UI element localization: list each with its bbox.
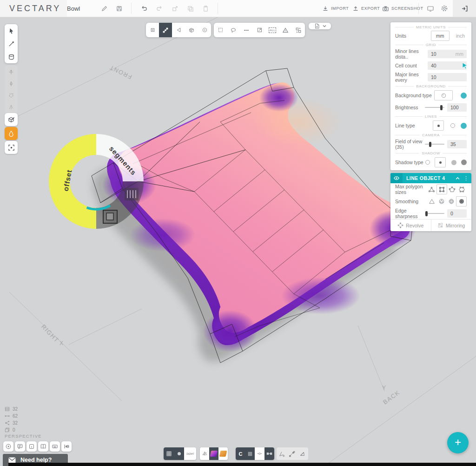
line-tool[interactable] <box>5 37 18 50</box>
duplicate-button[interactable] <box>185 4 195 13</box>
poly-4-option[interactable] <box>436 184 447 194</box>
frame-export-button[interactable] <box>170 4 179 13</box>
grow-selection-button[interactable] <box>253 23 266 37</box>
line-type-dot-option[interactable] <box>450 123 455 128</box>
file-actions-dropdown[interactable] <box>309 23 331 29</box>
select-tool[interactable] <box>5 24 18 37</box>
angle-tool-button[interactable] <box>277 447 287 460</box>
line-type-solid-option[interactable] <box>433 120 444 131</box>
radial-drag-handle[interactable] <box>103 210 117 223</box>
shadow-medium-option[interactable] <box>451 160 456 165</box>
vertex-mode-button[interactable] <box>159 23 172 37</box>
rename-button[interactable] <box>99 4 109 13</box>
poly-3-option[interactable] <box>427 185 436 194</box>
vectary-logo[interactable]: VECTARY <box>0 0 67 17</box>
wireframe-shading-button[interactable] <box>200 447 209 460</box>
edge-sharpness-slider[interactable] <box>425 209 444 218</box>
zoom-fit-tool[interactable] <box>5 141 18 154</box>
feedback-button[interactable] <box>15 441 25 452</box>
exit-editor-button[interactable] <box>453 0 476 17</box>
settings-button[interactable] <box>440 4 449 13</box>
mirror-tool-icon[interactable] <box>8 104 14 110</box>
import-button[interactable]: IMPORT <box>322 0 349 17</box>
export-button[interactable]: EXPORT <box>352 0 380 17</box>
clay-shading-button[interactable] <box>218 447 228 460</box>
grid-dot-toggle[interactable] <box>174 447 184 460</box>
smoothing-none-option[interactable] <box>427 197 436 206</box>
move-tool-icon[interactable] <box>8 69 14 75</box>
sketch-3d-tool[interactable] <box>5 113 18 126</box>
label-toggle[interactable]: label <box>184 447 196 460</box>
screenshot-button[interactable]: SCREENSHOT <box>382 0 423 17</box>
poly-5-option[interactable] <box>447 185 457 194</box>
line-object-mesh[interactable] <box>92 68 416 363</box>
add-object-fab[interactable]: + <box>447 432 469 453</box>
project-name[interactable]: Bowl <box>67 0 80 17</box>
material-shading-button[interactable] <box>209 447 218 460</box>
deform-tool-active[interactable] <box>5 127 18 140</box>
edge-sharpness-input[interactable]: 0 <box>447 209 467 218</box>
major-lines-input[interactable]: 10 <box>428 73 467 81</box>
fov-slider[interactable] <box>425 140 444 148</box>
info-button[interactable] <box>26 441 37 452</box>
smoothing-low-option[interactable] <box>436 197 446 206</box>
line-color-swatch[interactable] <box>461 123 467 129</box>
shadow-soft-option[interactable] <box>435 157 446 167</box>
face-mode-button[interactable] <box>172 23 185 37</box>
shadow-none-option[interactable] <box>425 160 430 165</box>
brightness-slider[interactable] <box>425 103 444 112</box>
mesh-mode-button[interactable] <box>185 23 198 37</box>
sphere-mode-button[interactable] <box>198 23 211 37</box>
units-mm-option[interactable]: mm <box>431 31 450 41</box>
cell-count-input[interactable]: 40 <box>428 61 467 70</box>
tutorials-button[interactable] <box>3 441 13 452</box>
select-all-button[interactable]: ALL <box>266 23 279 37</box>
visibility-toggle[interactable] <box>390 173 403 183</box>
marquee-select-button[interactable] <box>214 23 227 37</box>
revolve-button[interactable]: Revolve <box>390 220 431 231</box>
undo-button[interactable] <box>139 4 149 13</box>
shortcuts-button[interactable] <box>50 441 60 452</box>
manual-button[interactable] <box>38 441 48 452</box>
segments-count-chip[interactable] <box>125 188 139 200</box>
snap-point-toggle[interactable] <box>255 447 264 460</box>
presentation-button[interactable] <box>426 4 435 13</box>
smoothing-high-option[interactable] <box>456 196 467 206</box>
curve-toggle[interactable]: C <box>236 447 245 460</box>
scale-tool-icon[interactable] <box>8 80 14 87</box>
radial-offset-segment[interactable] <box>49 134 96 229</box>
need-help-label: Need help? <box>20 457 52 463</box>
primitive-tool[interactable] <box>5 50 18 63</box>
background-sphere-option[interactable] <box>434 90 453 100</box>
redo-button[interactable] <box>155 4 164 13</box>
lasso-select-button[interactable] <box>227 23 240 37</box>
kebab-menu-icon[interactable]: ⋮ <box>463 175 469 181</box>
brightness-input[interactable]: 100 <box>447 103 467 112</box>
collapse-help-button[interactable] <box>61 441 72 452</box>
object-mode-button[interactable] <box>146 23 159 37</box>
projection-label[interactable]: PERSPECTIVE <box>5 433 42 439</box>
clipboard-button[interactable] <box>201 4 210 13</box>
mirroring-button[interactable]: Mirroring <box>431 220 472 231</box>
arrow-left-bar-icon <box>63 443 70 450</box>
minor-lines-input[interactable]: 10 mm <box>428 50 467 58</box>
poly-6-option[interactable] <box>457 185 467 194</box>
normals-button[interactable] <box>279 23 292 37</box>
collapse-icon[interactable] <box>456 176 460 180</box>
brightness-row: Brightness 100 <box>390 101 471 113</box>
smoothing-medium-option[interactable] <box>446 197 456 206</box>
snap-grid-toggle[interactable] <box>245 447 255 460</box>
grid-toggle-on[interactable] <box>164 447 174 460</box>
units-inch-option[interactable]: inch <box>456 33 465 39</box>
save-button[interactable] <box>114 4 124 13</box>
background-color-swatch[interactable] <box>461 93 467 99</box>
swap-selection-button[interactable] <box>292 23 305 37</box>
path-tool-button[interactable] <box>287 447 297 460</box>
normal-flip-button[interactable] <box>297 447 307 460</box>
fov-input[interactable]: 35 <box>447 140 467 148</box>
rotate-tool-icon[interactable] <box>8 92 14 99</box>
snap-edge-toggle[interactable] <box>264 447 274 460</box>
line-object-header[interactable]: LINE OBJECT 4 ⋮ <box>390 173 471 183</box>
edge-select-button[interactable] <box>240 23 253 37</box>
shadow-hard-option[interactable] <box>461 160 467 165</box>
